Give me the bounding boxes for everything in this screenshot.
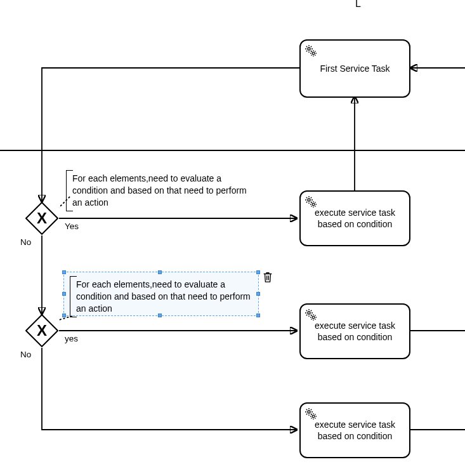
trash-icon[interactable] — [262, 271, 273, 284]
annotation-text: For each elements,need to evaluate a con… — [76, 279, 251, 314]
svg-point-17 — [312, 415, 315, 418]
gear-icon — [303, 194, 318, 209]
task-exec-3[interactable]: execute service task based on condition — [299, 402, 410, 458]
diagram-canvas[interactable]: L — [0, 0, 465, 476]
gateway-1-yes-label: Yes — [65, 221, 79, 231]
svg-point-10 — [308, 48, 310, 50]
task-exec-2[interactable]: execute service task based on condition — [299, 303, 410, 359]
gateway-1-x: X — [37, 209, 47, 227]
task-first-service[interactable]: First Service Task — [299, 39, 410, 98]
svg-point-15 — [312, 316, 315, 319]
svg-point-11 — [312, 52, 315, 55]
gear-icon — [303, 43, 318, 58]
gear-icon — [303, 307, 318, 322]
annotation-2[interactable]: For each elements,need to evaluate a con… — [70, 276, 258, 317]
corner-marker: L — [355, 0, 361, 10]
svg-point-14 — [308, 312, 310, 314]
gateway-2-no-label: No — [20, 350, 31, 359]
annotation-1[interactable]: For each elements,need to evaluate a con… — [66, 170, 254, 211]
annotation-text: For each elements,need to evaluate a con… — [72, 173, 247, 208]
task-label: execute service task based on condition — [306, 320, 404, 343]
gateway-2-x: X — [37, 322, 47, 340]
gateway-2-yes-label: yes — [65, 334, 78, 343]
svg-point-16 — [308, 411, 310, 413]
task-exec-1[interactable]: execute service task based on condition — [299, 190, 410, 246]
svg-point-12 — [308, 199, 310, 201]
task-label: execute service task based on condition — [306, 419, 404, 442]
gear-icon — [303, 406, 318, 421]
gateway-1-no-label: No — [20, 237, 31, 247]
task-label: execute service task based on condition — [306, 207, 404, 230]
svg-point-13 — [312, 203, 315, 206]
task-label: First Service Task — [320, 63, 390, 74]
